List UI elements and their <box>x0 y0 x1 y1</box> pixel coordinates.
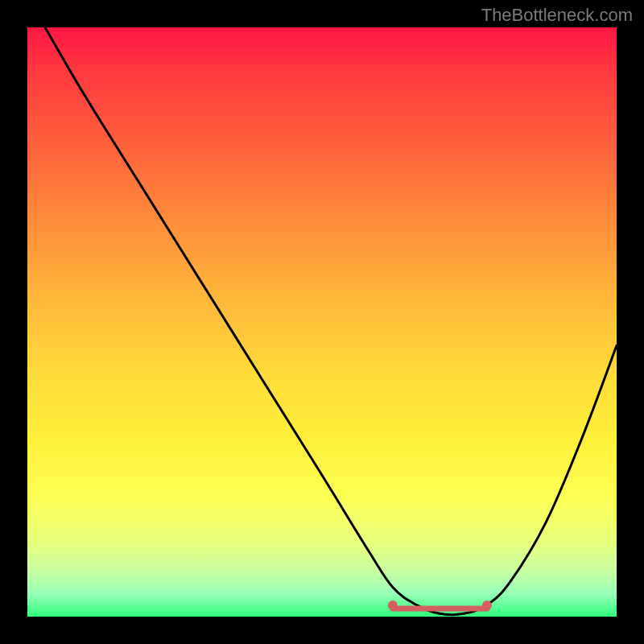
optimal-start-dot <box>388 601 398 610</box>
bottleneck-curve-line <box>45 27 617 615</box>
chart-svg <box>27 27 617 617</box>
chart-plot-area <box>27 27 617 617</box>
optimal-end-dot <box>482 601 492 610</box>
attribution-text: TheBottleneck.com <box>481 5 633 26</box>
